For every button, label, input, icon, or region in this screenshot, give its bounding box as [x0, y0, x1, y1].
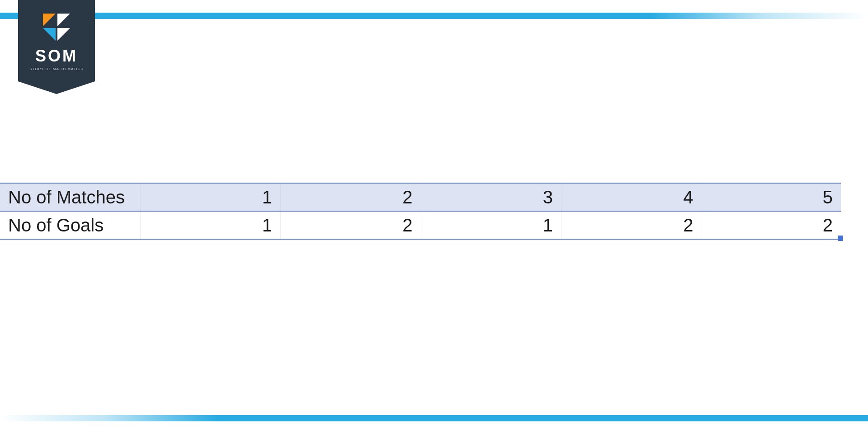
logo-subtitle: STORY OF MATHEMATICS	[18, 67, 95, 71]
cell: 2	[702, 211, 841, 239]
cell: 4	[561, 183, 702, 211]
top-accent-bar	[0, 13, 868, 19]
data-table: No of Matches 1 2 3 4 5 No of Goals 1 2 …	[0, 183, 841, 240]
cell: 1	[140, 211, 281, 239]
cell: 2	[281, 183, 421, 211]
cell: 1	[140, 183, 281, 211]
cell: 1	[421, 211, 561, 239]
data-table-container: No of Matches 1 2 3 4 5 No of Goals 1 2 …	[0, 183, 841, 240]
cell: 5	[702, 183, 841, 211]
bottom-accent-bar	[0, 415, 868, 421]
row-label: No of Goals	[0, 211, 140, 239]
selection-handle-icon[interactable]	[838, 236, 843, 241]
logo-badge: SOM STORY OF MATHEMATICS	[18, 0, 95, 81]
cell: 3	[421, 183, 561, 211]
logo-icon	[42, 13, 71, 42]
logo-title: SOM	[18, 48, 95, 64]
table-row: No of Goals 1 2 1 2 2	[0, 211, 841, 239]
cell: 2	[281, 211, 421, 239]
cell: 2	[561, 211, 702, 239]
row-label: No of Matches	[0, 183, 140, 211]
table-row: No of Matches 1 2 3 4 5	[0, 183, 841, 211]
cell-value: 2	[823, 215, 833, 235]
